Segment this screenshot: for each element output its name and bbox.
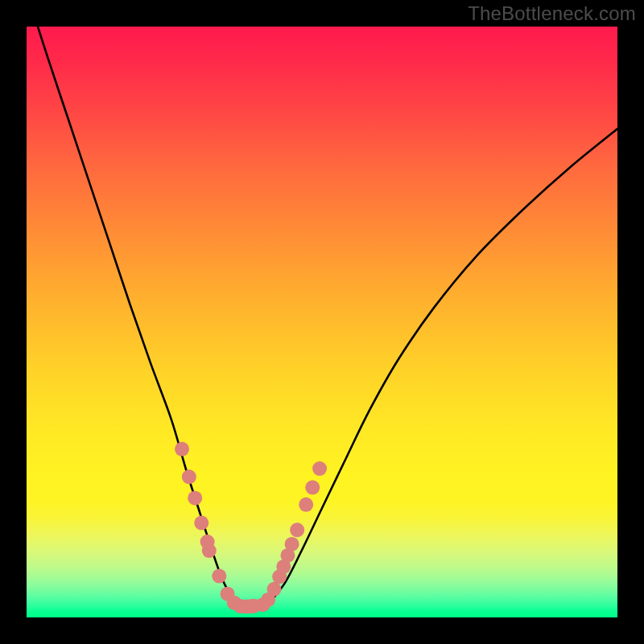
highlight-dot [267, 582, 282, 597]
highlight-dot [290, 522, 304, 537]
highlight-dot [175, 442, 189, 456]
highlight-dots [175, 442, 327, 614]
highlight-dot [299, 497, 313, 512]
highlight-dot [194, 516, 208, 530]
highlight-dot [212, 569, 226, 584]
highlight-dot [312, 461, 327, 476]
plot-area [27, 27, 617, 617]
outer-frame: TheBottleneck.com [0, 0, 644, 644]
curve-layer [27, 27, 617, 617]
highlight-dot [285, 537, 299, 551]
highlight-dot [305, 481, 320, 495]
highlight-dot [188, 491, 202, 506]
attribution-text: TheBottleneck.com [468, 2, 636, 25]
highlight-dot [182, 469, 196, 484]
bottleneck-curve [27, 27, 617, 609]
highlight-dot [202, 543, 217, 558]
